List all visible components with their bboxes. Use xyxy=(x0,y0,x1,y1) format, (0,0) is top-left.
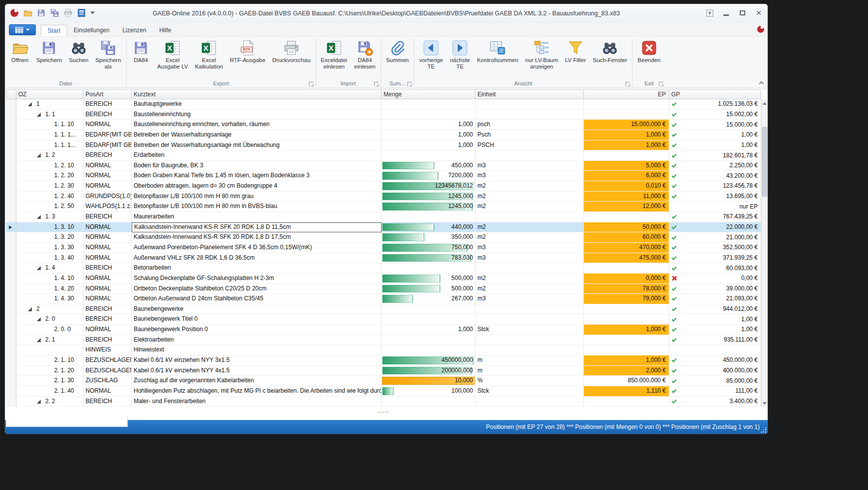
table-row[interactable]: 1. 4BEREICHBetonarbeiten60.093,00 € xyxy=(6,263,761,274)
qat-report-button[interactable] xyxy=(77,8,86,17)
qat-open-button[interactable] xyxy=(23,8,32,17)
maximize-button[interactable] xyxy=(737,8,747,17)
dialog-launcher-button[interactable] xyxy=(659,82,663,86)
row-indicator[interactable] xyxy=(6,325,16,335)
row-indicator[interactable] xyxy=(6,345,16,355)
table-row[interactable]: 1. 3. 30NORMALAußenwand Porenbeton-Plane… xyxy=(6,243,761,253)
column-header-kurztext[interactable]: Kurztext xyxy=(132,89,382,99)
table-row[interactable]: 2. 1. 10BEZUSCHLAGENKabel 0.6/1 kV einzi… xyxy=(6,355,761,366)
row-indicator[interactable] xyxy=(6,99,16,110)
ribbon-button-save[interactable]: Speichern xyxy=(33,38,66,64)
expand-icon[interactable] xyxy=(28,102,32,106)
tab-start[interactable]: Start xyxy=(41,25,67,36)
ribbon-button-lv-tree-only[interactable]: nur LV-Baum anzeigen xyxy=(522,38,561,70)
ribbon-button-next-te[interactable]: nächste TE xyxy=(447,38,473,70)
expand-icon[interactable] xyxy=(37,215,41,219)
row-indicator[interactable] xyxy=(6,181,16,192)
dialog-launcher-button[interactable] xyxy=(626,82,630,86)
table-row[interactable]: 1. 2. 50WAHLPOS(1.1 z...Betonpflaster L/… xyxy=(6,202,761,212)
ribbon-button-da84-export[interactable]: DA84 xyxy=(128,38,154,64)
row-indicator[interactable] xyxy=(6,212,16,222)
scroll-up-button[interactable] xyxy=(762,99,768,107)
row-indicator[interactable] xyxy=(6,314,16,325)
ribbon-button-kontrollsummen[interactable]: Kontrollsummen xyxy=(473,38,522,64)
table-row[interactable]: HINWEISHinweistext xyxy=(6,345,761,355)
ribbon-button-excel-calc-export[interactable]: XExcel Kalkulation xyxy=(191,38,226,70)
table-row[interactable]: 1. 4. 10NORMALSchalung Deckenplatte GF-S… xyxy=(6,274,761,284)
table-row[interactable]: 1. 2. 40GRUNDPOS(1.0)Betonpflaster L/B 1… xyxy=(6,192,761,202)
row-indicator[interactable] xyxy=(6,284,16,294)
dialog-launcher-button[interactable] xyxy=(309,82,314,86)
row-indicator[interactable] xyxy=(6,120,16,130)
ribbon-button-search-window[interactable]: Such-Fenster xyxy=(589,38,631,64)
ribbon-button-summen[interactable]: Summen xyxy=(383,38,412,64)
table-row[interactable]: 2. 1. 40NORMALHohlliegenden Putz abschla… xyxy=(6,386,761,397)
ribbon-button-lv-filter[interactable]: LV Filter xyxy=(561,38,589,64)
qat-save-as-button[interactable] xyxy=(50,8,59,17)
row-indicator[interactable] xyxy=(6,202,16,212)
row-indicator[interactable] xyxy=(6,243,16,253)
dialog-launcher-button[interactable] xyxy=(407,82,412,86)
expand-icon[interactable] xyxy=(37,338,41,342)
table-row[interactable]: 1. 1. 1...BEDARF(MIT GB)Betreiben der Wa… xyxy=(6,130,761,140)
row-indicator[interactable] xyxy=(6,335,16,346)
table-row[interactable]: 1BEREICHBauhauptgewerke1.025.136,03 € xyxy=(6,99,761,110)
appearance-button[interactable] xyxy=(705,8,714,17)
row-indicator[interactable] xyxy=(6,171,16,181)
table-row[interactable]: 1. 4. 30NORMALOrtbeton Außenwand D 24cm … xyxy=(6,294,761,304)
table-row[interactable]: 1. 4. 20NORMALOrtbeton Deckenplatte Stah… xyxy=(6,284,761,294)
column-header-gp[interactable]: GP xyxy=(669,89,761,99)
row-indicator[interactable] xyxy=(6,376,16,386)
resize-grip[interactable] xyxy=(760,426,767,433)
table-row[interactable]: 1. 3. 20NORMALKalksandstein-Innenwand KS… xyxy=(6,232,761,243)
expand-icon[interactable] xyxy=(37,400,41,404)
tab-lizenzen[interactable]: Lizenzen xyxy=(116,25,153,36)
row-indicator[interactable] xyxy=(6,397,16,407)
table-row[interactable]: 2BEREICHBaunebengewerke944.012,00 € xyxy=(6,304,761,315)
table-row[interactable]: 1. 2BEREICHErdarbeiten182.601,78 € xyxy=(6,150,761,161)
table-row[interactable]: 2. 1BEREICHElektroarbeiten935.111,00 € xyxy=(6,335,761,346)
ribbon-button-rtf-export[interactable]: RTFRTF-Ausgabe xyxy=(227,38,269,64)
ribbon-button-da84-import[interactable]: DA84 einlesen xyxy=(351,38,379,70)
expand-icon[interactable] xyxy=(37,113,41,117)
table-row[interactable]: 2. 0BEREICHBaunebengewerk Titel 01,00 € xyxy=(6,314,761,325)
row-indicator[interactable] xyxy=(6,304,16,315)
scrollbar-thumb[interactable] xyxy=(762,127,767,197)
row-indicator[interactable] xyxy=(6,150,16,161)
column-header-einheit[interactable]: Einheit xyxy=(475,89,584,99)
table-row[interactable]: 2. 1. 20BEZUSCHLAGENKabel 0.6/1 kV einzi… xyxy=(6,366,761,376)
ribbon-button-open[interactable]: Öffnen xyxy=(7,38,33,64)
table-row[interactable]: 1. 3. 40NORMALAußenwand VHLz SFK 28 RDK … xyxy=(6,253,761,264)
table-row[interactable]: 1. 2. 20NORMALBoden Graben Kanal Tiefe b… xyxy=(6,171,761,181)
qat-save-button[interactable] xyxy=(37,8,46,17)
row-indicator[interactable] xyxy=(6,294,16,304)
close-button[interactable] xyxy=(754,8,764,17)
scrollbar-track[interactable] xyxy=(762,107,768,399)
row-indicator[interactable] xyxy=(6,140,16,151)
row-indicator[interactable] xyxy=(6,355,16,366)
expand-icon[interactable] xyxy=(37,153,41,157)
file-menu-button[interactable] xyxy=(9,24,36,35)
scroll-down-button[interactable] xyxy=(762,399,768,407)
table-row[interactable]: 1. 3. 10NORMALKalksandstein-Innenwand KS… xyxy=(6,222,761,233)
row-indicator[interactable] xyxy=(6,161,16,171)
ribbon-button-prev-te[interactable]: vorherige TE xyxy=(416,38,447,70)
qat-customize-button[interactable] xyxy=(90,11,95,14)
tab-einstellungen[interactable]: Einstellungen xyxy=(67,25,116,36)
ribbon-button-search[interactable]: Suchen xyxy=(66,38,92,64)
row-indicator[interactable] xyxy=(6,222,16,233)
ribbon-button-save-as[interactable]: Speichern als xyxy=(92,38,125,70)
row-indicator[interactable] xyxy=(6,110,16,120)
expand-icon[interactable] xyxy=(37,317,41,321)
column-header-menge[interactable]: Menge xyxy=(382,89,475,99)
table-row[interactable]: 2. 2BEREICHMaler- und Fensterarbeiten3.4… xyxy=(6,397,761,407)
row-indicator[interactable] xyxy=(6,366,16,376)
row-indicator[interactable] xyxy=(6,192,16,202)
table-row[interactable]: 2. 1. 30ZUSCHLAGZuschlag auf die vorgena… xyxy=(6,376,761,386)
table-row[interactable]: 1. 2. 30NORMALOberboden abtragen, lagern… xyxy=(6,181,761,192)
ribbon-button-beenden[interactable]: Beenden xyxy=(634,38,664,64)
ribbon-button-print-preview[interactable]: Druckvorschau xyxy=(269,38,314,64)
table-row[interactable]: 1. 3BEREICHMaurerarbeiten767.439,25 € xyxy=(6,212,761,222)
column-header-oz[interactable]: OZ xyxy=(16,89,83,99)
vertical-scrollbar[interactable] xyxy=(761,99,768,407)
